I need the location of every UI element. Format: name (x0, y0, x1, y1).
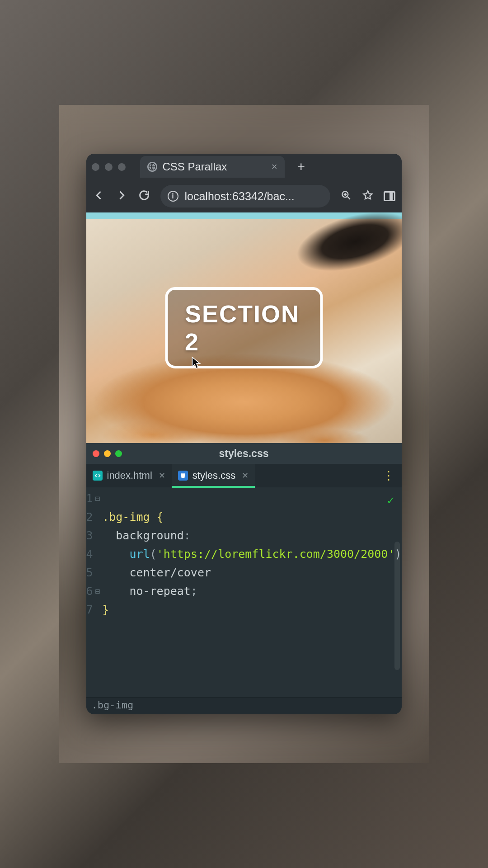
zoom-icon[interactable] (340, 189, 352, 203)
editor-close-dot[interactable] (93, 450, 99, 457)
browser-tab-active[interactable]: CSS Parallax × (140, 156, 285, 178)
editor-tab-index-html[interactable]: index.html ✕ (86, 464, 172, 487)
window-close-dot[interactable] (92, 163, 99, 171)
mouse-cursor-icon (191, 356, 201, 370)
back-button[interactable] (93, 189, 105, 203)
css-file-icon (178, 471, 188, 481)
code-editor[interactable]: 1 2 3 4 5 6 7 ⊟ ⊟ .bg-img { background: … (86, 487, 402, 697)
editor-tab-label: index.html (107, 470, 152, 481)
editor-minimize-dot[interactable] (104, 450, 111, 457)
line-number: 1 (86, 489, 93, 508)
editor-window-title: styles.css (86, 448, 402, 460)
code-content[interactable]: .bg-img { background: url('https://lorem… (99, 487, 401, 697)
editor-zoom-dot[interactable] (115, 450, 122, 457)
code-token: https://loremflickr.com/3000/2000 (164, 547, 388, 561)
window-zoom-dot[interactable] (118, 163, 126, 171)
close-icon[interactable]: ✕ (242, 471, 249, 481)
page-viewport[interactable]: SECTION 2 (86, 212, 402, 443)
html-file-icon (93, 471, 103, 481)
code-token: } (102, 603, 109, 616)
code-token: center/cover (129, 566, 211, 579)
code-token: ' (157, 547, 164, 561)
url-text: localhost:63342/bac... (185, 190, 295, 203)
line-number: 4 (86, 545, 93, 563)
side-panel-toggle-icon[interactable] (384, 191, 395, 201)
code-token: no-repeat (129, 585, 190, 598)
editor-tab-label: styles.css (192, 470, 235, 481)
address-bar[interactable]: i localhost:63342/bac... (160, 185, 330, 208)
window-traffic-lights (92, 163, 126, 171)
tab-close-icon[interactable]: × (272, 162, 277, 172)
globe-icon (147, 162, 157, 172)
browser-toolbar: i localhost:63342/bac... (86, 180, 402, 212)
section-label: SECTION 2 (185, 300, 300, 355)
code-token: { (150, 510, 164, 524)
close-icon[interactable]: ✕ (159, 471, 165, 481)
editor-breadcrumb[interactable]: .bg-img (86, 697, 402, 714)
tab-title: CSS Parallax (163, 160, 227, 173)
section-badge: SECTION 2 (165, 287, 323, 368)
code-token: ( (150, 547, 157, 561)
window-minimize-dot[interactable] (105, 163, 113, 171)
code-token: : (184, 529, 191, 542)
new-tab-button[interactable]: + (297, 160, 305, 174)
editor-window: styles.css index.html ✕ styles.css ✕ (86, 443, 402, 714)
line-number: 2 (86, 508, 93, 526)
code-token: .bg-img (102, 510, 150, 524)
editor-tabs-overflow-icon[interactable]: ⋮ (375, 464, 402, 487)
editor-tab-styles-css[interactable]: styles.css ✕ (172, 464, 255, 487)
editor-traffic-lights (93, 450, 122, 457)
line-number: 7 (86, 600, 93, 619)
editor-scrollbar[interactable] (394, 542, 400, 670)
bookmark-star-icon[interactable] (362, 189, 374, 203)
browser-titlebar: CSS Parallax × + (86, 154, 402, 180)
code-token: ; (191, 585, 197, 598)
editor-tab-bar: index.html ✕ styles.css ✕ ⋮ (86, 464, 402, 487)
inspection-ok-icon[interactable]: ✓ (387, 491, 394, 509)
line-number: 6 (86, 582, 93, 600)
code-token: url (129, 547, 150, 561)
code-token: background (116, 529, 184, 542)
site-info-icon[interactable]: i (168, 191, 178, 202)
reload-button[interactable] (138, 189, 150, 203)
forward-button[interactable] (115, 189, 128, 203)
code-token: ' (388, 547, 394, 561)
editor-titlebar: styles.css (86, 443, 402, 464)
browser-window: CSS Parallax × + i localhost:63342/bac..… (86, 154, 402, 443)
line-number: 5 (86, 563, 93, 582)
line-number: 3 (86, 526, 93, 545)
